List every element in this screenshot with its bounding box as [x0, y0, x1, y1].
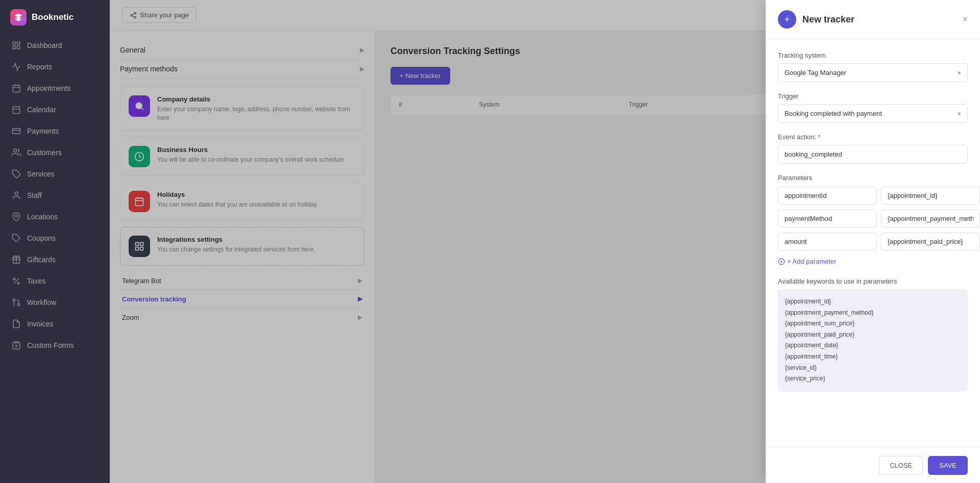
dashboard-icon	[12, 41, 21, 50]
giftcards-icon	[12, 255, 21, 264]
add-parameter-button[interactable]: + Add parameter	[778, 256, 836, 267]
sidebar-item-customers[interactable]: Customers	[0, 142, 110, 163]
add-param-icon	[778, 258, 785, 265]
trigger-label: Trigger	[778, 92, 968, 100]
close-x-icon: ×	[962, 14, 968, 24]
sidebar-item-locations[interactable]: Locations	[0, 206, 110, 227]
svg-rect-0	[13, 42, 15, 44]
payments-icon	[12, 126, 21, 136]
sidebar-item-coupons[interactable]: Coupons	[0, 227, 110, 249]
save-button[interactable]: SAVE	[928, 456, 968, 475]
param-value-3[interactable]	[881, 233, 980, 250]
svg-point-19	[13, 278, 15, 280]
tracking-system-select[interactable]: Google Tag Manager Google Analytics Face…	[778, 64, 967, 82]
keyword-3: {appointment_sum_price}	[785, 318, 961, 329]
sidebar-item-label: Customers	[27, 148, 62, 157]
reports-icon	[12, 62, 21, 71]
param-key-1[interactable]	[778, 187, 877, 205]
panel-title: New tracker	[802, 14, 854, 25]
invoices-icon	[12, 319, 21, 328]
panel-header-left: + New tracker	[778, 10, 854, 29]
panel-plus-icon: +	[778, 10, 796, 29]
main-content: Share your page General ▶ Payment method…	[110, 0, 980, 483]
save-btn-label: SAVE	[939, 462, 957, 469]
sidebar-item-label: Payments	[27, 127, 59, 135]
sidebar-item-label: Giftcards	[27, 256, 56, 264]
svg-rect-2	[17, 46, 20, 49]
panel-body: Tracking system Google Tag Manager Googl…	[766, 39, 980, 447]
trigger-select[interactable]: Booking completed with payment Booking c…	[778, 105, 967, 122]
sidebar-item-label: Services	[27, 170, 55, 178]
param-value-1[interactable]	[881, 187, 980, 205]
keywords-group: Available keywords to use in parameters …	[778, 277, 968, 392]
param-value-2[interactable]	[881, 210, 980, 227]
keyword-6: {appointment_time}	[785, 351, 961, 363]
panel-close-button[interactable]: ×	[962, 14, 968, 25]
sidebar-item-label: Calendar	[27, 106, 56, 114]
tracking-system-label: Tracking system	[778, 52, 968, 59]
sidebar-item-label: Taxes	[27, 277, 46, 285]
required-indicator: *	[818, 133, 821, 141]
sidebar-item-workflow[interactable]: Workflow	[0, 292, 110, 313]
sidebar-item-label: Reports	[27, 63, 52, 71]
sidebar-item-payments[interactable]: Payments	[0, 120, 110, 142]
sidebar-item-invoices[interactable]: Invoices	[0, 313, 110, 335]
sidebar-item-label: Coupons	[27, 234, 56, 242]
locations-icon	[12, 212, 21, 221]
event-action-input[interactable]	[778, 145, 968, 164]
close-button[interactable]: CLOSE	[879, 456, 923, 475]
param-row-3	[778, 233, 968, 250]
keyword-2: {appointment_payment_method}	[785, 308, 961, 319]
sidebar-item-calendar[interactable]: Calendar	[0, 99, 110, 120]
staff-icon	[12, 191, 21, 200]
keyword-7: {service_id}	[785, 363, 961, 374]
svg-rect-10	[13, 129, 20, 134]
sidebar-item-label: Workflow	[27, 298, 56, 307]
svg-point-12	[14, 149, 17, 152]
param-row-2	[778, 210, 968, 227]
keywords-box: {appointment_id} {appointment_payment_me…	[778, 289, 968, 392]
param-key-2[interactable]	[778, 210, 877, 227]
coupons-icon	[12, 234, 21, 243]
svg-rect-8	[13, 107, 20, 114]
param-key-3[interactable]	[778, 233, 877, 250]
sidebar-item-label: Locations	[27, 213, 58, 221]
custom-forms-icon	[12, 341, 21, 350]
sidebar-item-label: Dashboard	[27, 41, 62, 49]
trigger-group: Trigger Booking completed with payment B…	[778, 92, 968, 123]
sidebar: Booknetic Dashboard Reports Appointments…	[0, 0, 110, 483]
keyword-8: {service_price}	[785, 373, 961, 385]
close-btn-label: CLOSE	[890, 462, 912, 469]
appointments-icon	[12, 84, 21, 93]
logo: Booknetic	[0, 0, 110, 35]
parameters-label: Parameters	[778, 174, 968, 182]
customers-icon	[12, 148, 21, 157]
sidebar-item-staff[interactable]: Staff	[0, 185, 110, 206]
services-icon	[12, 169, 21, 179]
svg-rect-3	[13, 46, 15, 49]
sidebar-item-services[interactable]: Services	[0, 163, 110, 185]
parameters-group: Parameters	[778, 174, 968, 267]
sidebar-item-dashboard[interactable]: Dashboard	[0, 35, 110, 56]
svg-line-18	[14, 278, 19, 284]
trigger-select-wrapper: Booking completed with payment Booking c…	[778, 104, 968, 123]
app-name: Booknetic	[32, 12, 74, 22]
svg-point-22	[13, 299, 15, 301]
sidebar-item-label: Staff	[27, 191, 42, 199]
logo-icon	[10, 9, 27, 26]
tracking-system-select-wrapper: Google Tag Manager Google Analytics Face…	[778, 63, 968, 82]
svg-point-21	[17, 303, 20, 306]
svg-rect-4	[13, 85, 20, 92]
taxes-icon	[12, 276, 21, 286]
svg-rect-1	[17, 42, 20, 44]
sidebar-item-reports[interactable]: Reports	[0, 56, 110, 78]
panel-footer: CLOSE SAVE	[766, 447, 980, 483]
sidebar-item-appointments[interactable]: Appointments	[0, 78, 110, 99]
sidebar-item-label: Custom Forms	[27, 341, 74, 349]
keyword-4: {appointment_paid_price}	[785, 329, 961, 341]
sidebar-item-giftcards[interactable]: Giftcards	[0, 249, 110, 270]
sidebar-item-custom-forms[interactable]: Custom Forms	[0, 335, 110, 356]
event-action-group: Event action: *	[778, 133, 968, 164]
sidebar-item-taxes[interactable]: Taxes	[0, 270, 110, 292]
event-action-label: Event action: *	[778, 133, 968, 141]
